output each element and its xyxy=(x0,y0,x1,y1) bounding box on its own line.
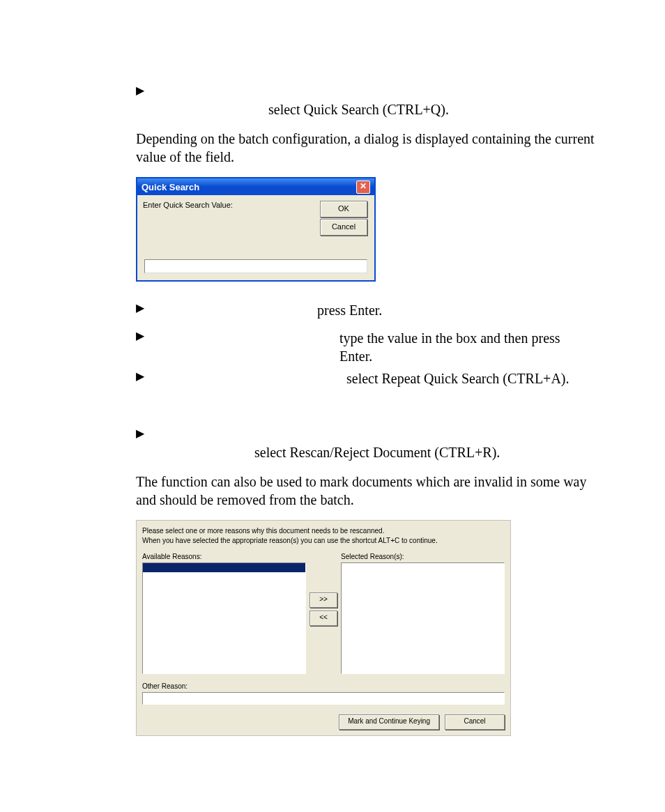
mark-continue-button[interactable]: Mark and Continue Keying xyxy=(339,714,439,730)
list-item[interactable] xyxy=(143,563,305,572)
bullet-item: ▶ xyxy=(136,427,595,441)
selected-column: Selected Reason(s): xyxy=(341,553,505,674)
move-right-button[interactable]: >> xyxy=(309,592,337,608)
dialog-titlebar: Quick Search ✕ xyxy=(137,178,374,195)
ok-button[interactable]: OK xyxy=(320,201,367,217)
other-reason-input[interactable] xyxy=(142,692,505,705)
quick-search-dialog: Quick Search ✕ Enter Quick Search Value:… xyxy=(136,177,376,282)
rescan-dialog: Please select one or more reasons why th… xyxy=(136,520,511,736)
selected-reasons-listbox[interactable] xyxy=(341,562,505,674)
listbox-label: Available Reasons: xyxy=(142,553,306,560)
move-left-button[interactable]: << xyxy=(309,611,337,626)
other-reason-label: Other Reason: xyxy=(142,682,505,690)
info-line: When you have selected the appropriate r… xyxy=(142,536,505,546)
bullet-text: select Quick Search (CTRL+Q). xyxy=(268,100,595,118)
dialog-body: Enter Quick Search Value: OK Cancel xyxy=(137,195,374,280)
list-columns: Available Reasons: >> << Selected Reason… xyxy=(142,553,505,674)
bullet-text: select Repeat Quick Search (CTRL+A). xyxy=(346,369,570,388)
triangle-bullet-icon: ▶ xyxy=(136,427,144,441)
available-column: Available Reasons: xyxy=(142,553,306,674)
dialog-footer: Mark and Continue Keying Cancel xyxy=(142,714,505,730)
paragraph: Depending on the batch configuration, a … xyxy=(136,130,595,166)
document-page: ▶ select Quick Search (CTRL+Q). Dependin… xyxy=(0,0,665,782)
triangle-bullet-icon: ▶ xyxy=(136,369,144,383)
close-button[interactable]: ✕ xyxy=(356,181,370,194)
bullet-text: type the value in the box and then press… xyxy=(339,329,595,365)
triangle-bullet-icon: ▶ xyxy=(136,84,144,98)
cancel-button[interactable]: Cancel xyxy=(320,219,367,236)
available-reasons-listbox[interactable] xyxy=(142,562,306,674)
bullet-item: ▶ type the value in the box and then pre… xyxy=(136,329,595,365)
triangle-bullet-icon: ▶ xyxy=(136,301,144,315)
bullet-text: press Enter. xyxy=(317,301,382,319)
dialog-title: Quick Search xyxy=(142,182,199,192)
triangle-bullet-icon: ▶ xyxy=(136,329,144,343)
paragraph: The function can also be used to mark do… xyxy=(136,473,595,509)
quick-search-input[interactable] xyxy=(144,259,367,273)
dialog-info-text: Please select one or more reasons why th… xyxy=(142,526,505,546)
bullet-item: ▶ xyxy=(136,84,595,98)
cancel-button[interactable]: Cancel xyxy=(445,714,505,730)
bullet-item: ▶ press Enter. xyxy=(136,301,595,319)
listbox-label: Selected Reason(s): xyxy=(341,553,505,560)
info-line: Please select one or more reasons why th… xyxy=(142,526,505,536)
bullet-item: ▶ select Repeat Quick Search (CTRL+A). xyxy=(136,369,595,388)
bullet-text: select Rescan/Reject Document (CTRL+R). xyxy=(254,443,595,461)
move-buttons-column: >> << xyxy=(306,553,341,627)
